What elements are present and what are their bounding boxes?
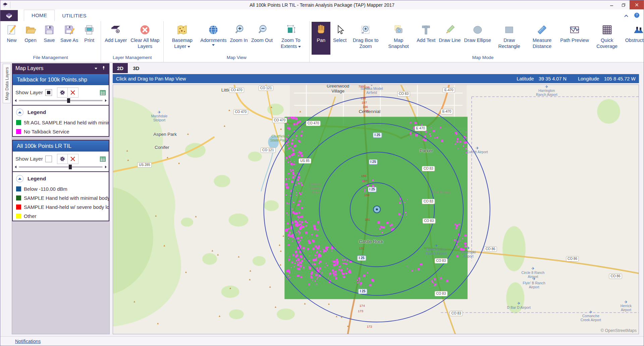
road-shield: CO 470 bbox=[229, 88, 244, 93]
legend-item: No Talkback Service bbox=[13, 127, 109, 136]
ribbon-button-label: Zoom Out bbox=[251, 38, 273, 43]
map-view[interactable]: © OpenStreetMaps LittletonGreenwood Vill… bbox=[113, 84, 639, 334]
ribbon-button-basemap-layer[interactable]: Basemap Layer bbox=[166, 22, 199, 55]
tab-2d[interactable]: 2D bbox=[113, 63, 128, 73]
show-layer-checkbox[interactable] bbox=[45, 156, 52, 162]
tab-home[interactable]: HOME bbox=[24, 10, 55, 21]
ribbon-button-label: Save bbox=[44, 38, 55, 43]
road-shield: I 25 bbox=[373, 132, 382, 138]
slider-right-arrow-icon[interactable] bbox=[105, 99, 107, 102]
svg-text:?: ? bbox=[636, 13, 638, 17]
open-folder-icon bbox=[25, 24, 36, 36]
ribbon-button-path-preview[interactable]: Path Preview bbox=[558, 22, 590, 55]
layer-opacity-slider[interactable] bbox=[13, 99, 109, 105]
legend-swatch bbox=[16, 186, 21, 191]
layer-attribute-table-button[interactable] bbox=[100, 156, 106, 162]
peak-icon: ▲ bbox=[155, 214, 157, 217]
ribbon-button-measure-distance[interactable]: Measure Distance bbox=[526, 22, 558, 55]
ribbon-button-label: Draw Ellipse bbox=[464, 38, 491, 43]
peak-icon: ▲ bbox=[279, 249, 282, 252]
restore-button[interactable] bbox=[618, 0, 630, 9]
legend-label: No Talkback Service bbox=[24, 129, 69, 134]
road-shield: I 25 bbox=[369, 159, 378, 165]
chevron-down-icon bbox=[187, 46, 190, 48]
longitude-label: Longitude bbox=[578, 76, 599, 81]
ribbon-button-map-snapshot[interactable]: Map Snapshot bbox=[382, 22, 415, 55]
ribbon-button-pan[interactable]: Pan bbox=[312, 22, 330, 55]
delete-x-icon bbox=[70, 156, 76, 162]
layer-card-title: All 100k Points LR TIL bbox=[13, 140, 109, 152]
panel-menu-icon[interactable] bbox=[95, 68, 97, 69]
slider-track[interactable] bbox=[19, 100, 103, 101]
ribbon-button-add-layer[interactable]: Add Layer bbox=[103, 22, 128, 55]
map-layers-panel-title: Map Layers bbox=[15, 65, 44, 71]
ribbon-button-new[interactable]: New bbox=[2, 22, 21, 55]
slider-left-arrow-icon[interactable] bbox=[15, 99, 16, 102]
main-area: Map Data Layers Map Layers Talkback for … bbox=[0, 62, 644, 336]
show-layer-label: Show Layer bbox=[15, 90, 43, 96]
legend-collapse-button[interactable] bbox=[16, 109, 23, 116]
minimize-button[interactable] bbox=[605, 0, 618, 9]
basemap-canvas bbox=[113, 85, 639, 334]
legend-item: SAMPLE Hand held with minimal body bbox=[13, 193, 109, 203]
ribbon-button-draw-line[interactable]: Draw Line bbox=[437, 22, 462, 55]
title-bar: All 100k Points LR TIL - Terrain Analysi… bbox=[0, 0, 644, 9]
ribbon-button-print[interactable]: Print bbox=[80, 22, 99, 55]
show-layer-label: Show Layer bbox=[15, 156, 43, 162]
road-shield: CO 470 bbox=[272, 118, 287, 123]
legend-collapse-button[interactable] bbox=[16, 175, 23, 182]
ribbon-button-add-text[interactable]: Add Text bbox=[415, 22, 437, 55]
slider-thumb[interactable] bbox=[69, 165, 72, 169]
ribbon-button-drag-box-to-zoom[interactable]: Drag Box to Zoom bbox=[349, 22, 382, 55]
slider-left-arrow-icon[interactable] bbox=[15, 166, 16, 168]
legend-item: Below -110.00 dBm bbox=[13, 184, 109, 193]
layer-remove-button[interactable] bbox=[68, 154, 78, 164]
ribbon-button-label: Draw Rectangle bbox=[498, 38, 520, 49]
peak-icon: ▲ bbox=[184, 271, 187, 274]
help-icon[interactable]: ? bbox=[634, 12, 640, 19]
road-shield: CO 83 bbox=[422, 166, 435, 171]
status-bar: Notifications bbox=[0, 336, 644, 346]
peak-icon: ▲ bbox=[249, 278, 251, 281]
ribbon-button-obstructions[interactable]: Obstructions bbox=[624, 22, 644, 55]
layer-settings-button[interactable] bbox=[57, 154, 68, 164]
ribbon-button-open[interactable]: Open bbox=[21, 22, 40, 55]
ribbon-button-zoom-out[interactable]: Zoom Out bbox=[250, 22, 274, 55]
ribbon-button-draw-ellipse[interactable]: Draw Ellipse bbox=[463, 22, 493, 55]
ribbon-button-label: Select bbox=[333, 38, 346, 43]
legend-label: 5ft AGL SAMPLE Hand held with minim bbox=[24, 120, 109, 125]
tab-3d[interactable]: 3D bbox=[128, 63, 144, 73]
collapse-ribbon-icon[interactable] bbox=[624, 13, 629, 19]
layer-settings-button[interactable] bbox=[57, 88, 68, 98]
ribbon-button-quick-coverage[interactable]: Quick Coverage bbox=[591, 22, 624, 55]
mile-marker: 184 bbox=[364, 193, 370, 197]
ribbon-button-save[interactable]: Save bbox=[40, 22, 59, 55]
ribbon-button-zoom-to-extents[interactable]: Zoom To Extents bbox=[274, 22, 307, 55]
peak-icon: ▲ bbox=[157, 322, 159, 325]
layer-remove-button[interactable] bbox=[68, 88, 78, 98]
pin-icon[interactable] bbox=[101, 65, 106, 72]
road-shield: CO 83 bbox=[450, 311, 463, 316]
mile-marker: 187 bbox=[362, 179, 368, 183]
dock-tab-map-data-layers[interactable]: Map Data Layers bbox=[3, 64, 11, 103]
ribbon-button-draw-rectangle[interactable]: Draw Rectangle bbox=[493, 22, 526, 55]
close-button[interactable] bbox=[630, 0, 644, 9]
application-menu-button[interactable] bbox=[0, 10, 18, 21]
layer-opacity-slider[interactable] bbox=[13, 165, 109, 171]
ribbon-button-save-as[interactable]: Save As bbox=[59, 22, 80, 55]
slider-track[interactable] bbox=[19, 166, 103, 168]
tab-utilities[interactable]: UTILITIES bbox=[55, 10, 94, 21]
notifications-link[interactable]: Notifications bbox=[15, 339, 41, 344]
ribbon-button-adornments[interactable]: Adornments bbox=[199, 22, 228, 55]
slider-right-arrow-icon[interactable] bbox=[105, 166, 107, 168]
ribbon-button-select[interactable]: Select bbox=[330, 22, 349, 55]
clear-layers-icon bbox=[139, 24, 151, 36]
map-layers-panel: Map Layers Talkback for 100k Points.shpS… bbox=[12, 63, 110, 334]
peak-icon: ▲ bbox=[282, 234, 285, 237]
ribbon-button-clear-all-map-layers[interactable]: Clear All Map Layers bbox=[128, 22, 161, 55]
slider-thumb[interactable] bbox=[67, 98, 70, 103]
layer-attribute-table-button[interactable] bbox=[100, 90, 106, 96]
show-layer-checkbox[interactable] bbox=[45, 89, 52, 96]
ribbon-button-zoom-in[interactable]: Zoom In bbox=[228, 22, 250, 55]
peak-icon: ▲ bbox=[163, 244, 166, 247]
